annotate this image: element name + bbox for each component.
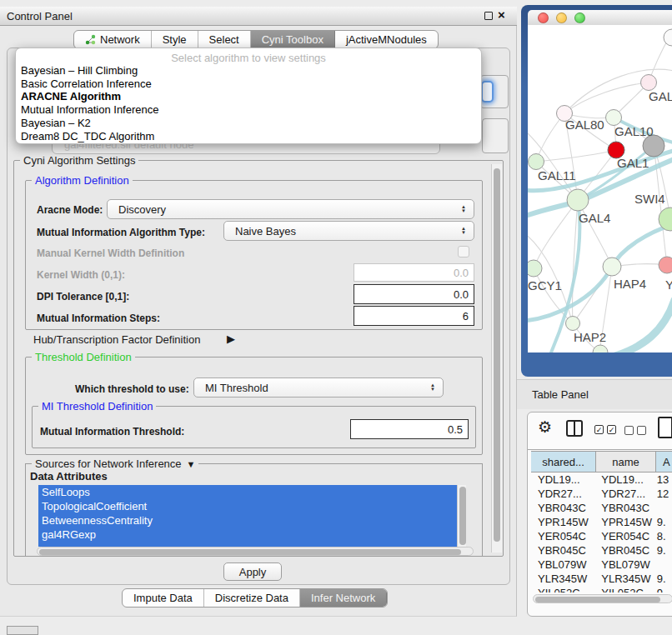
dpi-tolerance-label: DPI Tolerance [0,1]: <box>37 291 129 302</box>
node-label: GAL11 <box>538 168 576 182</box>
column-header-partial[interactable]: A <box>656 451 672 472</box>
stepper-icon: ▲▼ <box>430 383 443 392</box>
table-row[interactable]: YLR345WYLR345W9. <box>531 572 672 586</box>
algorithm-option[interactable]: Bayesian – Hill Climbing <box>16 64 481 78</box>
data-attributes-label: Data Attributes <box>30 470 108 482</box>
sources-collapse-arrow-icon[interactable]: ▼ <box>187 459 196 469</box>
data-attributes-list[interactable]: SelfLoops TopologicalCoefficient Between… <box>38 485 457 547</box>
control-panel-titlebar: Control Panel <box>0 7 517 26</box>
split-panel-icon[interactable] <box>566 420 583 437</box>
manual-kernel-checkbox[interactable] <box>458 246 469 258</box>
hide-columns-icon[interactable] <box>624 426 646 435</box>
sources-caption: Sources for Network Inference ▼ <box>32 458 198 470</box>
close-icon[interactable]: × <box>498 8 505 22</box>
mi-type-combo[interactable]: Naive Bayes ▲▼ <box>223 221 474 241</box>
stepper-icon: ▲▼ <box>461 205 474 213</box>
network-tab-icon <box>85 34 96 45</box>
which-threshold-combo[interactable]: MI Threshold ▲▼ <box>193 378 444 398</box>
mi-type-value: Naive Bayes <box>235 225 296 238</box>
cyni-settings-caption: Cyni Algorithm Settings <box>20 154 138 167</box>
algorithm-dropdown-popup: Select algorithm to view settings Bayesi… <box>15 48 482 144</box>
kernel-width-label: Kernel Width (0,1): <box>37 269 125 281</box>
traffic-light-close-icon[interactable] <box>538 12 549 23</box>
network-window-titlebar[interactable] <box>528 10 672 25</box>
table-panel: ⚙ ✓ ✓ shared... name A YDL19...YDL19...1… <box>527 412 672 617</box>
tab-impute-data[interactable]: Impute Data <box>123 589 204 607</box>
tab-select[interactable]: Select <box>198 31 251 48</box>
mi-threshold-field[interactable]: 0.5 <box>350 419 469 439</box>
traffic-light-minimize-icon[interactable] <box>556 12 567 23</box>
settings-vertical-scrollbar[interactable] <box>491 164 502 552</box>
aracne-mode-combo[interactable]: Discovery ▲▼ <box>107 199 474 219</box>
list-vertical-scrollbar[interactable] <box>457 485 466 547</box>
table-panel-title: Table Panel <box>532 388 589 401</box>
network-canvas[interactable]: GAL7 GAL80 GAL10 GAL1 GAL11 SWI4 GAL4 GC… <box>528 25 672 352</box>
algorithm-option[interactable]: Bayesian – K2 <box>16 117 481 130</box>
list-item[interactable]: SelfLoops <box>38 485 457 499</box>
table-row[interactable]: YER054CYER054C8. <box>531 529 672 543</box>
node-label: GAL4 <box>579 211 610 225</box>
panel-grip[interactable] <box>7 626 38 635</box>
list-item[interactable]: TopologicalCoefficient <box>38 499 457 513</box>
table-header-row: shared... name A <box>531 451 672 472</box>
column-header-shared[interactable]: shared... <box>531 451 596 472</box>
tab-cyni-toolbox[interactable]: Cyni Toolbox <box>251 31 335 48</box>
table-row[interactable]: YBR043CYBR043C <box>531 501 672 515</box>
algorithm-option[interactable]: Mutual Information Inference <box>16 103 481 117</box>
kernel-width-field[interactable]: 0.0 <box>354 263 474 282</box>
which-threshold-label: Which threshold to use: <box>75 383 189 395</box>
algorithm-option-selected[interactable]: ARACNE Algorithm <box>16 90 481 103</box>
table-row[interactable]: YBR045CYBR045C9. <box>531 543 672 558</box>
node-label: Y <box>665 278 672 292</box>
algorithm-definition-caption: Algorithm Definition <box>32 174 133 187</box>
combo-focus-ring <box>481 81 494 102</box>
dpi-tolerance-field[interactable]: 0.0 <box>354 284 474 304</box>
table-body[interactable]: YDL19...YDL19...13 YDR27...YDR27...12 YB… <box>531 472 672 592</box>
threshold-caption: Threshold Definition <box>32 351 135 363</box>
control-panel-title: Control Panel <box>7 10 73 22</box>
mi-threshold-caption: MI Threshold Definition <box>38 400 156 412</box>
mi-steps-label: Mutual Information Steps: <box>37 312 160 324</box>
manual-kernel-label: Manual Kernel Width Definition <box>37 248 184 259</box>
algorithm-option[interactable]: Basic Correlation Inference <box>16 78 481 91</box>
node-label: GAL7 <box>649 89 672 103</box>
algorithm-option[interactable]: Dream8 DC_TDC Algorithm <box>16 130 481 143</box>
list-item[interactable]: gal4RGexp <box>38 528 457 542</box>
algorithm-placeholder: Select algorithm to view settings <box>16 48 481 64</box>
table-data-combo-fragment[interactable] <box>482 118 509 153</box>
table-row[interactable]: YDL19...YDL19...13 <box>531 472 672 487</box>
tab-discretize-data[interactable]: Discretize Data <box>204 589 300 607</box>
list-item[interactable]: BetweennessCentrality <box>38 513 457 528</box>
bottom-tabbar: Impute Data Discretize Data Infer Networ… <box>122 588 388 608</box>
float-icon[interactable] <box>484 12 493 20</box>
settings-horizontal-scrollbar[interactable] <box>37 547 474 556</box>
new-table-icon[interactable] <box>658 417 672 438</box>
mi-threshold-label: Mutual Information Threshold: <box>40 426 184 438</box>
table-row[interactable]: YBL079WYBL079W <box>531 558 672 572</box>
aracne-mode-value: Discovery <box>118 203 166 216</box>
toolbar-divider <box>528 449 672 450</box>
apply-button[interactable]: Apply <box>223 562 282 581</box>
table-row[interactable]: YIL052CYIL052C9. <box>531 586 672 592</box>
table-panel-titlebar: Table Panel <box>517 379 672 409</box>
show-columns-icon[interactable]: ✓ ✓ <box>594 425 616 434</box>
control-panel-tabbar: Network Style Select Cyni Toolbox jActiv… <box>73 30 439 49</box>
node-label: GAL10 <box>614 124 654 138</box>
tab-infer-network[interactable]: Infer Network <box>300 589 387 607</box>
node-label: SWI4 <box>634 192 665 206</box>
table-row[interactable]: YPR145WYPR145W9. <box>531 515 672 529</box>
table-row[interactable]: YDR27...YDR27...12 <box>531 487 672 501</box>
mi-type-label: Mutual Information Algorithm Type: <box>37 227 205 238</box>
traffic-light-zoom-icon[interactable] <box>574 12 585 23</box>
hub-definition-label: Hub/Transcription Factor Definition <box>33 333 200 346</box>
aracne-mode-label: Aracne Mode: <box>37 204 103 216</box>
hub-expand-arrow-icon[interactable]: ▶ <box>227 332 235 345</box>
table-horizontal-scrollbar[interactable] <box>533 594 672 603</box>
mi-steps-field[interactable]: 6 <box>354 306 474 326</box>
tab-network[interactable]: Network <box>74 31 152 48</box>
node-label: GAL1 <box>617 156 649 170</box>
tab-jactivemnodules[interactable]: jActiveMNodules <box>335 31 438 48</box>
column-header-name[interactable]: name <box>596 451 656 472</box>
tab-style[interactable]: Style <box>152 31 198 48</box>
gear-icon[interactable]: ⚙ <box>538 418 552 437</box>
